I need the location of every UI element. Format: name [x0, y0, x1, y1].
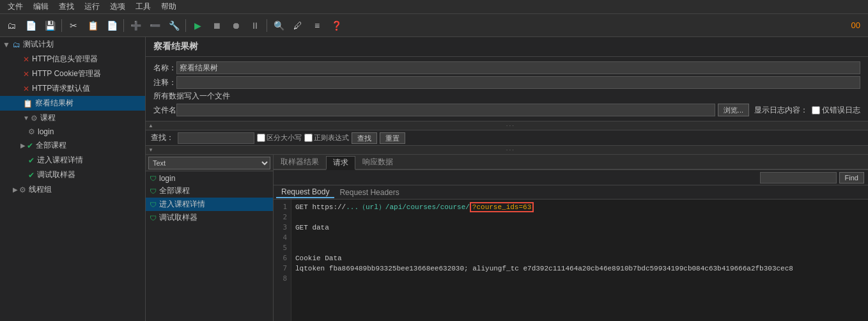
panel-title: 察看结果树 — [153, 41, 198, 51]
tb-cut[interactable]: ✂ — [65, 17, 82, 35]
ln-1: 1 — [274, 202, 287, 212]
splitter-dots2: ··· — [153, 146, 868, 153]
tb-new[interactable]: 📄 — [22, 17, 40, 35]
tree-item-debug[interactable]: 🛡 调试取样器 — [146, 211, 273, 224]
sidebar-label-login: login — [38, 127, 54, 136]
code-content: GET https://...（url）/api/courses/course/… — [291, 200, 868, 321]
arrow-all-icon: ▶ — [20, 142, 26, 149]
menu-file[interactable]: 文件 — [3, 0, 28, 13]
tb-record[interactable]: ⏺ — [227, 17, 245, 35]
content-area: 察看结果树 名称： 注释： 所有数据写入一个文件 文件名 浏览... 显示日志内… — [146, 37, 868, 321]
sidebar-item-default[interactable]: ✕ HTTP请求默认值 — [0, 81, 145, 96]
sidebar-item-cookie[interactable]: ✕ HTTP Cookie管理器 — [0, 67, 145, 81]
search-input[interactable] — [178, 132, 254, 144]
sidebar-label-plan: 测试计划 — [23, 39, 54, 50]
sidebar-label-thread: 线程组 — [29, 184, 52, 195]
sidebar-item-thread-group[interactable]: ▶ ⚙ 线程组 — [0, 182, 145, 197]
tb-pause[interactable]: ⏸ — [246, 17, 264, 35]
ln-4: 4 — [274, 233, 287, 243]
tb-list[interactable]: ≡ — [308, 17, 326, 35]
text-dropdown[interactable]: Text — [148, 157, 270, 169]
ln-7: 7 — [274, 263, 287, 274]
comment-input[interactable] — [176, 76, 860, 89]
menu-help[interactable]: 帮助 — [156, 0, 182, 13]
sidebar-item-plan[interactable]: ▼ 🗂 测试计划 — [0, 37, 145, 52]
toolbar: 🗂 📄 💾 ✂ 📋 📄 ➕ ➖ 🔧 ▶ ⏹ ⏺ ⏸ 🔍 🖊 ≡ ❓ 00 — [0, 14, 868, 37]
tb-help[interactable]: ❓ — [327, 17, 345, 35]
tree-item-course-detail[interactable]: 🛡 进入课程详情 — [146, 198, 273, 211]
tab-response[interactable]: 响应数据 — [355, 155, 400, 169]
tree-label-all: 全部课程 — [159, 185, 190, 196]
ln-5: 5 — [274, 243, 287, 253]
code-area: 1 2 3 4 5 6 7 8 GET https://...（url）/api… — [274, 200, 868, 321]
sidebar-item-course-detail[interactable]: ✔ 进入课程详情 — [0, 153, 145, 168]
name-label: 名称： — [153, 63, 176, 74]
sidebar-label-header: HTTP信息头管理器 — [32, 54, 98, 65]
tb-save[interactable]: 💾 — [41, 17, 59, 35]
tab-request[interactable]: 请求 — [326, 156, 355, 170]
splitter-top[interactable]: ▲ ··· — [146, 121, 868, 130]
file-input[interactable] — [176, 104, 715, 116]
tree-label-debug: 调试取样器 — [159, 212, 198, 223]
tree-panel: Text 🛡 login 🛡 全部课程 🛡 进入课程详情 — [146, 155, 274, 321]
toolbar-counter: 00 — [851, 20, 860, 30]
sidebar-item-debug-sampler[interactable]: ✔ 调试取样器 — [0, 168, 145, 182]
tb-stop[interactable]: ⏹ — [208, 17, 226, 35]
sidebar-label-all-courses: 全部课程 — [36, 140, 66, 151]
sub-tab-headers[interactable]: Request Headers — [334, 187, 404, 198]
case-check-area: 区分大小写 — [257, 133, 302, 143]
menu-edit[interactable]: 编辑 — [28, 0, 54, 13]
sidebar-item-header-mgr[interactable]: ✕ HTTP信息头管理器 — [0, 52, 145, 67]
error-checkbox[interactable] — [812, 106, 820, 114]
tree-item-login[interactable]: 🛡 login — [146, 173, 273, 184]
tree-toolbar: Text — [146, 155, 273, 171]
tb-start[interactable]: ▶ — [189, 17, 206, 35]
name-input[interactable] — [176, 61, 860, 74]
detail-panel: 取样器结果 请求 响应数据 Find Request Body Request … — [274, 155, 868, 321]
shield-login-icon: 🛡 — [150, 175, 157, 182]
splitter-bottom[interactable]: ▼ ··· — [146, 146, 868, 155]
tb-paste[interactable]: 📄 — [103, 17, 121, 35]
panel-header: 察看结果树 — [146, 37, 868, 57]
menu-run[interactable]: 运行 — [79, 0, 105, 13]
shield-detail-icon: 🛡 — [150, 201, 157, 208]
tb-minus[interactable]: ➖ — [146, 17, 164, 35]
search-row: 查找： 区分大小写 正则表达式 查找 重置 — [146, 130, 868, 146]
tb-add[interactable]: ➕ — [127, 17, 144, 35]
menu-tools[interactable]: 工具 — [130, 0, 156, 13]
wrench1-icon: ✕ — [23, 55, 29, 64]
sidebar-item-login[interactable]: ⚙ login — [0, 125, 145, 138]
sidebar: ▼ 🗂 测试计划 ✕ HTTP信息头管理器 ✕ HTTP Cookie管理器 ✕… — [0, 37, 146, 321]
sidebar-label-course: 课程 — [40, 113, 56, 123]
wrench2-icon: ✕ — [23, 70, 29, 79]
sidebar-item-result-tree[interactable]: 📋 察看结果树 — [0, 96, 145, 111]
tb-config[interactable]: 🔧 — [165, 17, 183, 35]
tree-item-all-courses[interactable]: 🛡 全部课程 — [146, 184, 273, 198]
tb-search[interactable]: 🔍 — [270, 17, 288, 35]
tree-icon: 📋 — [23, 99, 33, 108]
comment-row: 注释： — [153, 76, 860, 89]
tb-edit[interactable]: 🖊 — [289, 17, 307, 35]
sidebar-item-all-courses[interactable]: ▶ ✔ 全部课程 — [0, 138, 145, 153]
find-code-button[interactable]: Find — [839, 172, 864, 184]
wrench3-icon: ✕ — [23, 84, 29, 93]
regex-checkbox[interactable] — [304, 134, 313, 142]
browse-button[interactable]: 浏览... — [718, 104, 749, 116]
sub-tab-body[interactable]: Request Body — [276, 187, 334, 198]
sidebar-item-course-group[interactable]: ▼ ⚙ 课程 — [0, 111, 145, 125]
find-input[interactable] — [760, 172, 837, 184]
reset-button[interactable]: 重置 — [380, 132, 405, 144]
menu-find[interactable]: 查找 — [54, 0, 79, 13]
gear-icon: ⚙ — [31, 114, 38, 123]
display-area: 显示日志内容： 仅错误日志 — [754, 105, 860, 116]
tab-sampler-result[interactable]: 取样器结果 — [274, 155, 326, 169]
code-cookie-value: lqtoken fba869489bb93325bee13668ee632030… — [295, 265, 793, 272]
tb-open[interactable]: 🗂 — [3, 17, 20, 35]
find-button[interactable]: 查找 — [352, 132, 377, 144]
check-icon: ✔ — [27, 141, 33, 150]
code-cookie-label: Cookie Data — [295, 254, 342, 262]
tb-copy[interactable]: 📋 — [84, 17, 102, 35]
menu-options[interactable]: 选项 — [105, 0, 130, 13]
case-checkbox[interactable] — [257, 134, 265, 142]
sep3 — [185, 19, 186, 32]
